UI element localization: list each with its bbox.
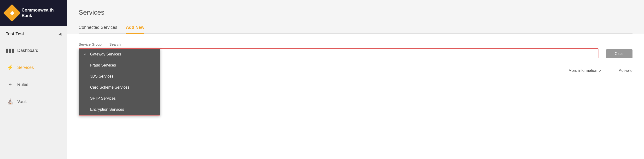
activate-button[interactable]: Activate [619, 68, 632, 73]
checkmark-placeholder [84, 63, 88, 67]
dropdown-item-fraud[interactable]: Fraud Services [79, 60, 160, 71]
logo-text: Commonwealth Bank [22, 8, 62, 19]
dropdown-item-sftp[interactable]: SFTP Services [79, 93, 160, 104]
services-table: rcard Payment Gateway Services (MPGS) Mo… [79, 64, 632, 77]
external-link-icon: ↗ [599, 69, 602, 73]
checkmark-placeholder-4 [84, 97, 88, 100]
dropdown-item-3ds[interactable]: 3DS Services [79, 71, 160, 82]
more-info-link[interactable]: More information ↗ [568, 68, 602, 73]
sidebar-item-label-dashboard: Dashboard [17, 48, 38, 53]
bar-chart-icon: ▮▮▮ [7, 47, 14, 54]
logo-diamond-icon: ◆ [3, 4, 21, 22]
user-name: Test Test [6, 32, 24, 37]
sidebar-item-label-vault: Vault [17, 99, 27, 104]
checkmark-placeholder-2 [84, 74, 88, 78]
fork-icon: ⌖ [7, 81, 14, 88]
collapse-arrow-icon[interactable]: ◀ [58, 32, 62, 36]
bank-icon: ⛪ [7, 98, 14, 105]
table-row: rcard Payment Gateway Services (MPGS) Mo… [79, 64, 632, 77]
dropdown-item-card-scheme[interactable]: Card Scheme Services [79, 82, 160, 93]
tab-connected-services[interactable]: Connected Services [79, 22, 117, 34]
tab-bar: Connected Services Add New [79, 22, 632, 34]
sidebar-item-services[interactable]: ⚡ Services [0, 59, 67, 76]
page-header: Services Connected Services Add New [67, 0, 644, 34]
sidebar-nav: ▮▮▮ Dashboard ⚡ Services ⌖ Rules ⛪ Vault [0, 42, 67, 159]
service-group-label: Service Group [79, 42, 102, 46]
search-label: Search [109, 42, 598, 46]
tab-add-new[interactable]: Add New [126, 22, 144, 34]
main-content: Services Connected Services Add New Serv… [67, 0, 644, 159]
sidebar-item-label-rules: Rules [17, 82, 28, 87]
user-row: Test Test ◀ [0, 26, 67, 42]
page-title: Services [79, 9, 632, 16]
clear-button[interactable]: Clear [606, 49, 632, 58]
dropdown-item-gateway[interactable]: ✓ Gateway Services [79, 49, 160, 60]
checkmark-icon: ✓ [84, 52, 88, 56]
checkmark-placeholder-5 [84, 108, 88, 111]
plug-icon: ⚡ [7, 64, 14, 71]
sidebar-item-dashboard[interactable]: ▮▮▮ Dashboard [0, 42, 67, 59]
service-group-filter: Service Group ✓ Gateway Services Fraud S… [79, 42, 102, 48]
sidebar-logo: ◆ Commonwealth Bank [0, 0, 67, 26]
checkmark-placeholder-3 [84, 85, 88, 89]
sidebar-item-vault[interactable]: ⛪ Vault [0, 93, 67, 110]
sidebar: ◆ Commonwealth Bank Test Test ◀ ▮▮▮ Dash… [0, 0, 67, 159]
filter-row: Service Group ✓ Gateway Services Fraud S… [79, 42, 632, 58]
sidebar-item-label-services: Services [17, 65, 34, 70]
search-input[interactable] [109, 48, 598, 58]
service-group-dropdown-menu[interactable]: ✓ Gateway Services Fraud Services 3DS Se… [79, 48, 160, 115]
sidebar-item-rules[interactable]: ⌖ Rules [0, 76, 67, 93]
content-area: Service Group ✓ Gateway Services Fraud S… [67, 34, 644, 159]
dropdown-item-encryption[interactable]: Encryption Services [79, 104, 160, 115]
search-group: Search [109, 42, 598, 58]
